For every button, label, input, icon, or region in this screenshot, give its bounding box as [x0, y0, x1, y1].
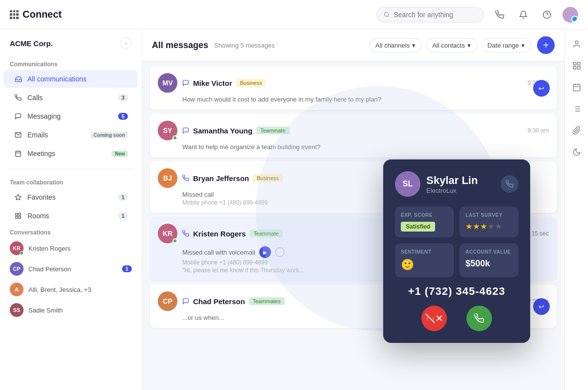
call-avatar: SL [395, 171, 420, 197]
moon-icon[interactable] [568, 143, 586, 161]
call-phone-button[interactable] [501, 175, 518, 193]
messaging-icon [14, 112, 23, 121]
conv-item-kristen[interactable]: KR Kristen Rogers [0, 238, 142, 259]
conv-name-sadie: Sadie Smith [28, 307, 63, 314]
sentiment-card: SENTIMENT 🙂 [395, 243, 454, 277]
sidebar-item-meetings[interactable]: Meetings New [4, 145, 138, 162]
svg-rect-13 [16, 216, 18, 218]
svg-rect-12 [19, 216, 21, 218]
call-card: SL Skylar Lin ElectroLux EXP. SCORE Sati… [383, 159, 530, 343]
conv-item-sadie[interactable]: SS Sadie Smith [0, 300, 142, 320]
sidebar-header: ACME Corp. ‹ [0, 29, 142, 57]
sidebar-item-all-communications[interactable]: All communications [4, 70, 138, 88]
messages-container: MV Mike Victor Business 9:30 am How much… [142, 61, 564, 390]
conv-name-alli: Alli, Brent, Jessica, +3 [28, 286, 91, 293]
chevron-down-icon: ▾ [467, 42, 471, 49]
content-title: All messages [152, 40, 208, 51]
meetings-tag: New [112, 151, 128, 157]
msg-time-samantha: 9:30 am [528, 127, 549, 134]
exp-score-label: EXP. SCORE [401, 212, 448, 218]
msg-body-mike-victor: How much would it cost to add everyone i… [158, 96, 549, 103]
search-bar[interactable] [376, 7, 484, 23]
sidebar-item-messaging[interactable]: Messaging 5 [4, 107, 138, 125]
help-icon[interactable] [539, 7, 555, 23]
sidebar-divider [10, 169, 132, 169]
call-metrics: EXP. SCORE Satisfied LAST SURVEY ★★★★★ S… [395, 207, 518, 277]
filter-date-range[interactable]: Date range ▾ [481, 38, 531, 52]
svg-marker-9 [15, 194, 21, 200]
grid-right-icon[interactable] [568, 57, 586, 75]
team-section-title: Team collaboration [0, 175, 142, 188]
avatar-bryan-jefferson: BJ [158, 168, 177, 188]
hangup-button[interactable]: ✕ [421, 306, 447, 331]
add-button[interactable]: + [537, 36, 555, 54]
conv-item-alli[interactable]: A Alli, Brent, Jessica, +3 [0, 279, 142, 300]
online-indicator [172, 135, 177, 140]
hangup-icon: ✕ [435, 312, 443, 324]
favorites-icon [14, 193, 23, 202]
bell-icon[interactable] [515, 7, 531, 23]
svg-rect-19 [573, 67, 576, 69]
person-icon[interactable] [568, 35, 586, 53]
message-channel-icon [182, 127, 189, 134]
msg-tag-mike-victor: Business [236, 79, 266, 87]
msg-name-samantha: Samantha Young [193, 127, 252, 135]
user-avatar[interactable] [563, 7, 578, 23]
sidebar-meetings-label: Meetings [27, 150, 107, 157]
msg-tag-chad: Teammates [249, 297, 285, 305]
favorites-label: Favorites [27, 193, 113, 201]
phone-icon[interactable] [492, 7, 508, 23]
conv-avatar-sadie: SS [10, 303, 24, 317]
play-button[interactable]: ▶ [259, 246, 271, 258]
calendar-right-icon[interactable] [568, 78, 586, 96]
svg-rect-17 [577, 62, 580, 65]
message-channel-icon-chad [182, 298, 189, 305]
reply-button-chad[interactable]: ↩ [533, 298, 550, 315]
msg-name-row: Mike Victor Business 9:30 am [182, 79, 549, 87]
emails-icon [14, 130, 23, 139]
messaging-badge: 5 [118, 113, 128, 120]
sidebar-item-favorites[interactable]: Favorites 1 [4, 188, 138, 206]
filter-buttons: All channels ▾ All contacts ▾ Date range… [369, 38, 531, 52]
avatar-mike-victor: MV [158, 73, 177, 93]
exp-score-card: EXP. SCORE Satisfied [395, 207, 454, 237]
msg-tag-samantha: Teammate [256, 127, 289, 134]
conv-name-kristen: Kristen Rogers [28, 245, 71, 252]
sidebar-item-rooms[interactable]: Rooms 1 [4, 207, 138, 225]
calls-badge: 3 [118, 94, 128, 101]
filter-all-channels[interactable]: All channels ▾ [369, 38, 422, 52]
search-icon [384, 11, 390, 18]
msg-time-kristen: 15 sec [532, 230, 549, 237]
answer-button[interactable] [466, 306, 492, 331]
circle-icon [275, 247, 285, 257]
online-indicator-kristen [172, 238, 177, 243]
msg-name-bryan: Bryan Jefferson [193, 174, 249, 182]
message-card-mike-victor[interactable]: MV Mike Victor Business 9:30 am How much… [150, 66, 557, 110]
missed-call-label: Missed call with voicemail [182, 249, 255, 256]
paperclip-icon[interactable] [568, 122, 586, 139]
msg-name-row-samantha: Samantha Young Teammate 9:30 am [182, 127, 549, 135]
filter-all-contacts[interactable]: All contacts ▾ [426, 38, 477, 52]
app-logo: Connect [10, 9, 62, 20]
message-card-samantha-young[interactable]: SY Samantha Young Teammate 9:30 am Want … [150, 114, 557, 157]
topbar-icons [492, 7, 578, 23]
search-input[interactable] [393, 11, 477, 19]
svg-rect-10 [16, 213, 18, 215]
msg-body-samantha: Want to help me organize a team building… [158, 143, 549, 151]
last-survey-label: LAST SURVEY [466, 212, 513, 218]
grid-icon [10, 10, 19, 19]
sidebar-item-emails[interactable]: Emails Coming soon [4, 126, 138, 144]
sidebar-collapse-button[interactable]: ‹ [120, 37, 132, 49]
sidebar-item-calls[interactable]: Calls 3 [4, 89, 138, 106]
company-name: ACME Corp. [10, 39, 53, 48]
sidebar-emails-label: Emails [27, 131, 86, 139]
msg-name-mike-victor: Mike Victor [193, 79, 232, 87]
sidebar: ACME Corp. ‹ Communications All communic… [0, 29, 142, 390]
reply-button-mike-victor[interactable]: ↩ [533, 80, 550, 97]
inbox-icon [14, 75, 23, 83]
favorites-badge: 1 [118, 194, 128, 201]
conv-item-chad[interactable]: CP Chad Peterson 1 [0, 259, 142, 279]
msg-tag-bryan: Business [253, 174, 283, 182]
list-right-icon[interactable] [568, 100, 586, 118]
content-header: All messages Showing 5 messages All chan… [142, 29, 564, 61]
